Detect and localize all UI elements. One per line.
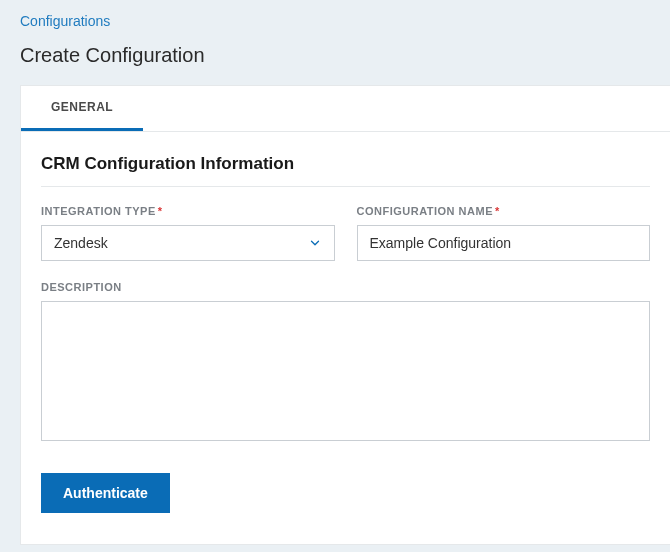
configuration-name-label: CONFIGURATION NAME* (357, 205, 651, 217)
description-label: DESCRIPTION (41, 281, 650, 293)
tab-general[interactable]: GENERAL (21, 86, 143, 131)
page-title: Create Configuration (20, 44, 650, 67)
integration-type-value: Zendesk (54, 235, 108, 251)
integration-type-select[interactable]: Zendesk (41, 225, 335, 261)
authenticate-button[interactable]: Authenticate (41, 473, 170, 513)
breadcrumb-configurations[interactable]: Configurations (20, 13, 110, 29)
description-textarea[interactable] (41, 301, 650, 441)
tabs: GENERAL (21, 86, 670, 132)
integration-type-label: INTEGRATION TYPE* (41, 205, 335, 217)
chevron-down-icon (308, 236, 322, 250)
config-panel: GENERAL CRM Configuration Information IN… (20, 85, 670, 545)
configuration-name-input[interactable] (357, 225, 651, 261)
section-title: CRM Configuration Information (41, 154, 650, 187)
